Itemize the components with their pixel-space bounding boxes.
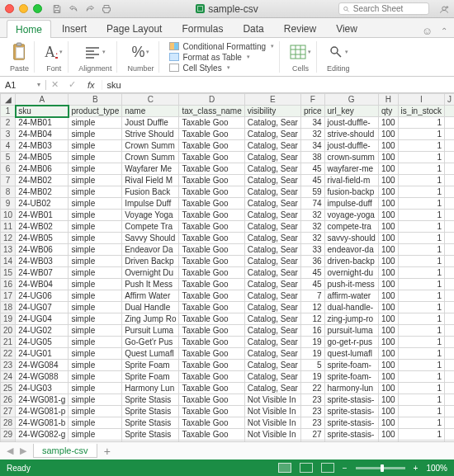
minimize-window-button[interactable] xyxy=(19,4,28,13)
cell[interactable]: sprite-stasis- xyxy=(324,417,378,429)
cell[interactable]: Taxable Goo xyxy=(179,325,244,337)
font-group[interactable]: A.▾ Font xyxy=(40,41,69,73)
cell[interactable]: Taxable Goo xyxy=(179,163,244,175)
cell[interactable] xyxy=(445,233,454,244)
cell[interactable]: 24-WB06 xyxy=(16,244,69,256)
cell[interactable] xyxy=(445,313,454,325)
cell[interactable]: 1 xyxy=(398,313,444,325)
row-header[interactable]: 13 xyxy=(1,244,16,256)
cell[interactable] xyxy=(445,337,454,348)
cell[interactable]: 24-UG03 xyxy=(16,383,69,394)
cell[interactable]: 24-UG04 xyxy=(16,313,69,325)
cell[interactable]: Crown Summ xyxy=(122,152,179,163)
column-header-F[interactable]: F xyxy=(300,94,324,106)
cell[interactable] xyxy=(445,406,454,417)
cell[interactable]: Sprite Stasis xyxy=(122,406,179,417)
cell[interactable]: 19 xyxy=(300,337,324,348)
column-header-C[interactable]: C xyxy=(122,94,179,106)
row-header[interactable]: 1 xyxy=(1,106,16,117)
cell[interactable]: sku xyxy=(16,106,69,117)
cell[interactable]: Taxable Goo xyxy=(179,233,244,244)
cell[interactable]: Joust Duffle xyxy=(122,117,179,129)
row-header[interactable]: 22 xyxy=(1,348,16,360)
cell[interactable]: Catalog, Sear xyxy=(244,198,300,210)
cell[interactable]: 1 xyxy=(398,233,444,244)
cell[interactable]: overnight-du xyxy=(324,267,378,279)
cell[interactable] xyxy=(445,360,454,371)
row-header[interactable]: 14 xyxy=(1,256,16,267)
row-header[interactable]: 6 xyxy=(1,163,16,175)
help-icon[interactable]: ☺ xyxy=(422,25,433,37)
cell[interactable]: Catalog, Sear xyxy=(244,302,300,313)
cell[interactable]: 100 xyxy=(378,394,398,406)
cell[interactable]: Catalog, Sear xyxy=(244,360,300,371)
cell[interactable]: 24-UG07 xyxy=(16,302,69,313)
cell[interactable]: go-get-r-pus xyxy=(324,337,378,348)
cell[interactable]: Taxable Goo xyxy=(179,441,244,442)
cell[interactable]: Taxable Goo xyxy=(179,429,244,441)
zoom-in-button[interactable]: + xyxy=(414,464,419,473)
cell[interactable]: simple xyxy=(69,152,122,163)
tab-review[interactable]: Review xyxy=(275,19,325,37)
cell[interactable]: 7 xyxy=(300,290,324,302)
cell[interactable]: Go-Get'r Pus xyxy=(122,337,179,348)
alignment-group[interactable]: ▾ Alignment xyxy=(73,41,117,73)
cell[interactable]: 100 xyxy=(378,256,398,267)
tab-formulas[interactable]: Formulas xyxy=(173,19,232,37)
cell[interactable]: 100 xyxy=(378,117,398,129)
cell[interactable]: quest-lumafl xyxy=(324,348,378,360)
tab-data[interactable]: Data xyxy=(234,19,272,37)
redo-icon[interactable] xyxy=(85,4,95,14)
cell[interactable]: 100 xyxy=(378,186,398,198)
cell[interactable]: Strive Should xyxy=(122,129,179,140)
cell[interactable]: Fusion Back xyxy=(122,186,179,198)
cell[interactable]: Taxable Goo xyxy=(179,186,244,198)
cell[interactable]: Taxable Goo xyxy=(179,406,244,417)
cell[interactable]: 24-WG081-p xyxy=(16,406,69,417)
cell[interactable]: 24-WB04 xyxy=(16,279,69,290)
cell[interactable]: 24-MB02 xyxy=(16,186,69,198)
cell[interactable]: 33 xyxy=(300,244,324,256)
formula-value[interactable]: sku xyxy=(102,80,126,90)
cell[interactable]: 59 xyxy=(300,186,324,198)
row-header[interactable]: 26 xyxy=(1,394,16,406)
cell[interactable] xyxy=(445,325,454,337)
cell[interactable]: sprite-foam- xyxy=(324,360,378,371)
cell[interactable]: simple xyxy=(69,117,122,129)
cell[interactable] xyxy=(445,140,454,152)
cell[interactable]: Taxable Goo xyxy=(179,221,244,233)
column-header-G[interactable]: G xyxy=(324,94,378,106)
cell[interactable]: 45 xyxy=(300,175,324,186)
cell[interactable]: 1 xyxy=(398,140,444,152)
cell[interactable]: simple xyxy=(69,279,122,290)
cell[interactable]: 100 xyxy=(378,152,398,163)
row-header[interactable]: 27 xyxy=(1,406,16,417)
cell[interactable]: Endeavor Da xyxy=(122,244,179,256)
cell[interactable] xyxy=(445,348,454,360)
cell[interactable]: tax_class_name xyxy=(179,106,244,117)
row-header[interactable]: 19 xyxy=(1,313,16,325)
cell[interactable]: Catalog, Sear xyxy=(244,279,300,290)
cell[interactable]: simple xyxy=(69,290,122,302)
cell[interactable]: 12 xyxy=(300,313,324,325)
cell[interactable]: endeavor-da xyxy=(324,244,378,256)
row-header[interactable]: 9 xyxy=(1,198,16,210)
cell[interactable]: price xyxy=(300,106,324,117)
cell[interactable]: simple xyxy=(69,267,122,279)
cell[interactable]: Catalog, Sear xyxy=(244,117,300,129)
cell[interactable]: Catalog, Sear xyxy=(244,233,300,244)
row-header[interactable]: 2 xyxy=(1,117,16,129)
cell[interactable]: Taxable Goo xyxy=(179,337,244,348)
cell[interactable]: Quest Lumafl xyxy=(122,348,179,360)
add-sheet-button[interactable]: + xyxy=(104,445,111,458)
cell[interactable]: Catalog, Sear xyxy=(244,313,300,325)
cell[interactable]: 1 xyxy=(398,186,444,198)
row-header[interactable]: 23 xyxy=(1,360,16,371)
cell[interactable]: 1 xyxy=(398,417,444,429)
cell[interactable]: 1 xyxy=(398,325,444,337)
cell[interactable]: Wayfarer Me xyxy=(122,163,179,175)
zoom-level[interactable]: 100% xyxy=(426,464,447,473)
cell[interactable]: pursuit-luma xyxy=(324,325,378,337)
cell[interactable]: Catalog, Sear xyxy=(244,371,300,383)
cell[interactable] xyxy=(445,383,454,394)
